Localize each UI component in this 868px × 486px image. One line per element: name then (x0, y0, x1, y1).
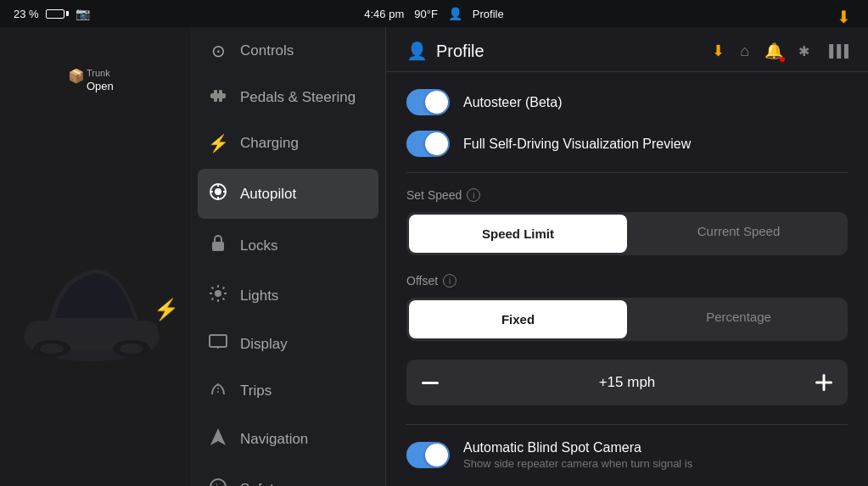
profile-title-text: Profile (436, 42, 484, 61)
battery-percent: 23 % (14, 8, 39, 20)
sidebar-item-navigation[interactable]: Navigation (191, 414, 385, 464)
profile-label[interactable]: Profile (473, 8, 504, 20)
sidebar-item-pedals[interactable]: Pedals & Steering (191, 75, 385, 120)
svg-rect-8 (214, 90, 217, 102)
divider-2 (406, 424, 848, 425)
autopilot-icon (208, 182, 228, 205)
blind-spot-sublabel: Show side repeater camera when turn sign… (463, 457, 848, 470)
safety-icon: i (208, 478, 228, 486)
controls-icon: ⊙ (208, 41, 228, 61)
svg-line-22 (212, 288, 214, 289)
lights-icon (208, 284, 228, 307)
svg-rect-35 (823, 374, 826, 391)
top-download-icon[interactable]: ⬇ (837, 7, 851, 27)
sidebar-item-charging[interactable]: ⚡ Charging (191, 120, 385, 167)
locks-icon (208, 234, 228, 257)
status-bar: 23 % 📷 4:46 pm 90°F 👤 Profile (0, 0, 868, 27)
set-speed-info-icon[interactable]: i (467, 188, 480, 202)
fsd-toggle[interactable] (406, 131, 450, 157)
svg-line-25 (212, 299, 214, 300)
battery-icon (46, 9, 69, 19)
navigation-icon (208, 427, 228, 450)
download-icon[interactable]: ⬇ (712, 42, 725, 60)
svg-rect-26 (210, 335, 227, 347)
profile-title-area: 👤 Profile (406, 41, 484, 61)
charging-icon: ⚡ (208, 133, 228, 154)
notification-dot (780, 57, 785, 62)
profile-icon: 👤 (448, 7, 462, 20)
svg-rect-16 (212, 242, 224, 251)
sidebar-item-controls[interactable]: ⊙ Controls (191, 27, 385, 75)
divider-1 (406, 172, 848, 173)
sidebar-item-display[interactable]: Display (191, 321, 385, 367)
trunk-icon: 📦 (68, 68, 85, 84)
set-speed-title: Set Speed i (406, 188, 848, 202)
trunk-label: Trunk (87, 68, 110, 78)
fsd-label: Full Self-Driving Visualization Preview (463, 137, 848, 152)
autosteer-label: Autosteer (Beta) (463, 95, 848, 110)
profile-person-icon: 👤 (406, 41, 428, 61)
offset-title: Offset i (406, 274, 848, 288)
svg-rect-7 (210, 93, 226, 98)
signal-icon: ▐▐▐ (825, 44, 848, 58)
pedals-label: Pedals & Steering (240, 89, 356, 106)
autosteer-toggle[interactable] (406, 89, 450, 115)
trunk-status: Open (87, 80, 114, 92)
battery-body (46, 9, 64, 19)
sidebar-item-safety[interactable]: i Safety (191, 464, 385, 486)
main-content: 👤 Profile ⬇ ⌂ 🔔 ✱ ▐▐▐ Autosteer (Beta) (386, 27, 868, 486)
blind-spot-text-area: Automatic Blind Spot Camera Show side re… (463, 440, 848, 470)
svg-point-11 (215, 188, 221, 195)
blind-spot-toggle[interactable] (406, 442, 450, 468)
current-speed-btn[interactable]: Current Speed (630, 212, 848, 255)
sidebar: ⊙ Controls Pedals & Steering ⚡ Charging (191, 27, 386, 486)
lights-label: Lights (240, 288, 278, 304)
profile-header: 👤 Profile ⬇ ⌂ 🔔 ✱ ▐▐▐ (386, 27, 868, 72)
locks-label: Locks (240, 237, 277, 254)
home-icon[interactable]: ⌂ (740, 42, 749, 60)
autopilot-label: Autopilot (240, 186, 296, 203)
display-label: Display (240, 336, 288, 353)
speed-plus-btn[interactable] (800, 360, 848, 405)
pedals-icon (208, 88, 228, 106)
speed-control: +15 mph (406, 360, 848, 405)
sidebar-item-lights[interactable]: Lights (191, 271, 385, 321)
set-speed-title-text: Set Speed (406, 188, 462, 202)
blind-spot-label: Automatic Blind Spot Camera (463, 440, 848, 455)
sidebar-item-locks[interactable]: Locks (191, 221, 385, 271)
fixed-btn[interactable]: Fixed (409, 300, 627, 338)
svg-text:⚡: ⚡ (154, 297, 179, 321)
navigation-label: Navigation (240, 431, 308, 448)
temperature-display: 90°F (414, 8, 438, 20)
svg-line-23 (223, 299, 225, 300)
sidebar-item-autopilot[interactable]: Autopilot (198, 169, 378, 219)
blind-spot-row: Automatic Blind Spot Camera Show side re… (406, 440, 848, 470)
bluetooth-icon[interactable]: ✱ (798, 43, 809, 59)
sidebar-item-trips[interactable]: Trips (191, 367, 385, 414)
fsd-row: Full Self-Driving Visualization Preview (406, 131, 848, 157)
car-image-area: ⚡ (0, 112, 191, 486)
autosteer-row: Autosteer (Beta) (406, 89, 848, 115)
display-icon (208, 334, 228, 354)
car-panel: 📦 Trunk Open ⚡ (0, 27, 191, 486)
svg-point-5 (120, 344, 143, 354)
trips-icon (208, 381, 228, 400)
car-svg: ⚡ (11, 215, 181, 384)
svg-text:i: i (216, 482, 218, 486)
speed-limit-btn[interactable]: Speed Limit (409, 215, 627, 253)
blind-spot-knob (425, 444, 448, 466)
svg-point-17 (215, 290, 221, 297)
trips-label: Trips (240, 383, 272, 399)
speed-minus-btn[interactable] (406, 360, 454, 405)
time-display: 4:46 pm (364, 8, 404, 20)
offset-info-icon[interactable]: i (443, 274, 456, 288)
profile-action-icons: ⬇ ⌂ 🔔 ✱ ▐▐▐ (712, 42, 848, 60)
notification-icon-wrap: 🔔 (764, 42, 783, 60)
percentage-btn[interactable]: Percentage (630, 298, 848, 341)
content-body: Autosteer (Beta) Full Self-Driving Visua… (386, 72, 868, 486)
charging-label: Charging (240, 135, 299, 152)
status-center: 4:46 pm 90°F 👤 Profile (364, 7, 503, 20)
svg-rect-9 (219, 90, 222, 102)
battery-cap (66, 11, 69, 16)
autosteer-knob (425, 91, 448, 114)
